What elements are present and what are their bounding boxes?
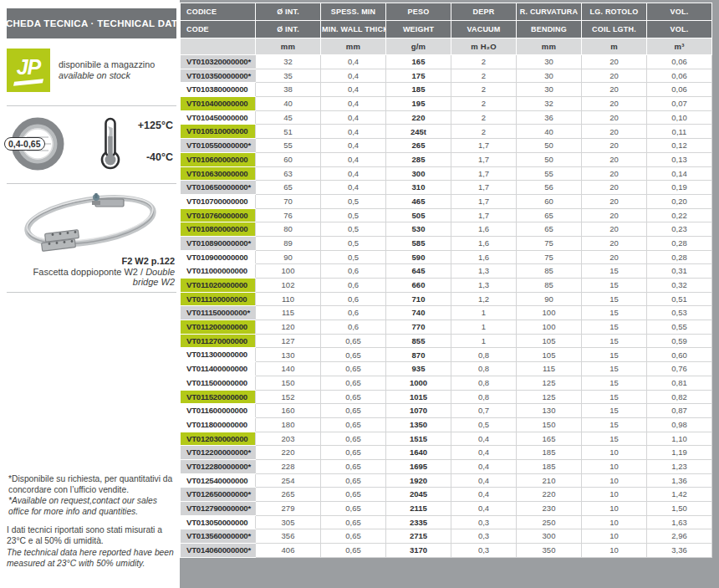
value-cell: 2715	[386, 529, 451, 544]
value-cell: 76	[256, 208, 321, 222]
divider	[7, 105, 176, 106]
value-cell: 2	[451, 97, 517, 111]
value-cell: 0,14	[647, 166, 712, 181]
footnote-measurement-it: I dati tecnici riportati sono stati misu…	[7, 524, 176, 546]
table-row: VT010380000000380,4185230200,06	[181, 83, 712, 97]
value-cell: 0,6	[321, 264, 386, 279]
table-row: VT010550000000*550,42651,750200,12	[181, 139, 712, 153]
temperature-range: +125°C -40°C	[84, 116, 175, 171]
value-cell: 10	[582, 515, 647, 529]
value-cell: 20	[582, 166, 647, 181]
value-cell: 0,4	[321, 152, 386, 166]
value-cell: 75	[517, 250, 582, 264]
value-cell: 855	[386, 334, 451, 348]
value-cell: 0,12	[647, 139, 712, 153]
col-coil-lgth: COIL LGTH.	[582, 21, 647, 38]
value-cell: 0,06	[647, 69, 712, 83]
value-cell: 3170	[386, 544, 451, 558]
value-cell: 51	[256, 125, 321, 139]
value-cell: 65	[256, 181, 321, 195]
value-cell: 0,5	[451, 417, 517, 432]
jp-logo: JP	[7, 49, 50, 92]
stock-availability: JP disponibile a magazzino available on …	[7, 49, 176, 92]
value-cell: 20	[582, 55, 647, 69]
value-cell: 30	[517, 69, 582, 83]
value-cell: 20	[582, 181, 647, 195]
code-cell: VT014060000000*	[181, 544, 256, 558]
band-thickness-icon: 0,4-0,65	[7, 116, 69, 171]
table-body: VT010320000000*320,4165230200,06VT010350…	[181, 55, 712, 558]
code-cell: VT010900000000	[181, 250, 256, 264]
table-row: VT0125400000002540,6519200,4210101,36	[181, 473, 712, 488]
value-cell: 0,6	[321, 279, 386, 293]
value-cell: 1,50	[647, 502, 712, 516]
thickness-range-badge: 0,4-0,65	[4, 137, 45, 151]
value-cell: 15	[582, 279, 647, 293]
value-cell: 15	[582, 348, 647, 362]
value-cell: 0,55	[647, 320, 712, 335]
value-cell: 110	[256, 292, 321, 306]
value-cell: 0,65	[321, 376, 386, 390]
value-cell: 125	[517, 390, 582, 404]
value-cell: 210	[517, 473, 582, 488]
table-row: VT010700000000700,54651,760200,20	[181, 194, 712, 208]
value-cell: 0,06	[647, 83, 712, 97]
code-cell: VT010650000000*	[181, 181, 256, 195]
value-cell: 0,4	[451, 446, 517, 460]
value-cell: 0,81	[647, 376, 712, 390]
table-row: VT010760000000760,55051,765200,22	[181, 208, 712, 222]
value-cell: 300	[517, 529, 582, 544]
value-cell: 0,65	[321, 404, 386, 418]
product-ref: F2 W2 p.122	[7, 256, 176, 266]
value-cell: 50	[517, 152, 582, 166]
value-cell: 0,65	[321, 544, 386, 558]
table-row: VT0112000000001200,67701100150,55	[181, 320, 712, 335]
value-cell: 102	[256, 279, 321, 293]
unit-mm-2: mm	[321, 38, 386, 55]
value-cell: 0,6	[321, 306, 386, 320]
col-depr: DEPR	[451, 3, 517, 21]
value-cell: 20	[582, 222, 647, 237]
code-cell: VT010450000000	[181, 110, 256, 125]
value-cell: 645	[386, 264, 451, 279]
sidebar: SCHEDA TECNICA · TECHNICAL DATA JP dispo…	[0, 0, 180, 588]
value-cell: 1350	[386, 417, 451, 432]
value-cell: 175	[386, 69, 451, 83]
value-cell: 10	[582, 488, 647, 502]
value-cell: 0,11	[647, 125, 712, 139]
value-cell: 1920	[386, 473, 451, 488]
value-cell: 1	[451, 306, 517, 320]
value-cell: 2115	[386, 502, 451, 516]
value-cell: 310	[386, 181, 451, 195]
table-row: VT010450000000450,4220236200,10	[181, 110, 712, 125]
value-cell: 0,6	[321, 292, 386, 306]
table-row: VT0130500000003050,6523350,3250101,63	[181, 515, 712, 529]
value-cell: 0,8	[451, 390, 517, 404]
product-name: Fascetta doppioponte W2 / Double bridge …	[7, 267, 176, 287]
value-cell: 20	[582, 139, 647, 153]
value-cell: 185	[517, 446, 582, 460]
value-cell: 0,98	[647, 417, 712, 432]
value-cell: 1695	[386, 459, 451, 473]
table-row: VT0115000000001500,6510000,8125150,81	[181, 376, 712, 390]
value-cell: 15	[582, 362, 647, 376]
table-row: VT0114000000001400,659350,8115150,76	[181, 362, 712, 376]
header-row-en: CODE Ø INT. MIN. WALL THICK WEIGHT VACUU…	[181, 21, 712, 38]
value-cell: 60	[517, 194, 582, 208]
value-cell: 20	[582, 97, 647, 111]
value-cell: 0,8	[451, 376, 517, 390]
col-vacuum: VACUUM	[451, 21, 517, 38]
value-cell: 50	[517, 139, 582, 153]
code-cell: VT011000000000	[181, 264, 256, 279]
value-cell: 55	[256, 139, 321, 153]
value-cell: 0,4	[321, 181, 386, 195]
value-cell: 100	[256, 264, 321, 279]
value-cell: 3,36	[647, 544, 712, 558]
value-cell: 130	[256, 348, 321, 362]
col-peso: PESO	[386, 3, 451, 21]
table-row: VT0113000000001300,658700,8105150,60	[181, 348, 712, 362]
value-cell: 20	[582, 208, 647, 222]
table-row: VT012200000000*2200,6516400,4185101,19	[181, 446, 712, 460]
value-cell: 1,36	[647, 473, 712, 488]
value-cell: 115	[517, 362, 582, 376]
